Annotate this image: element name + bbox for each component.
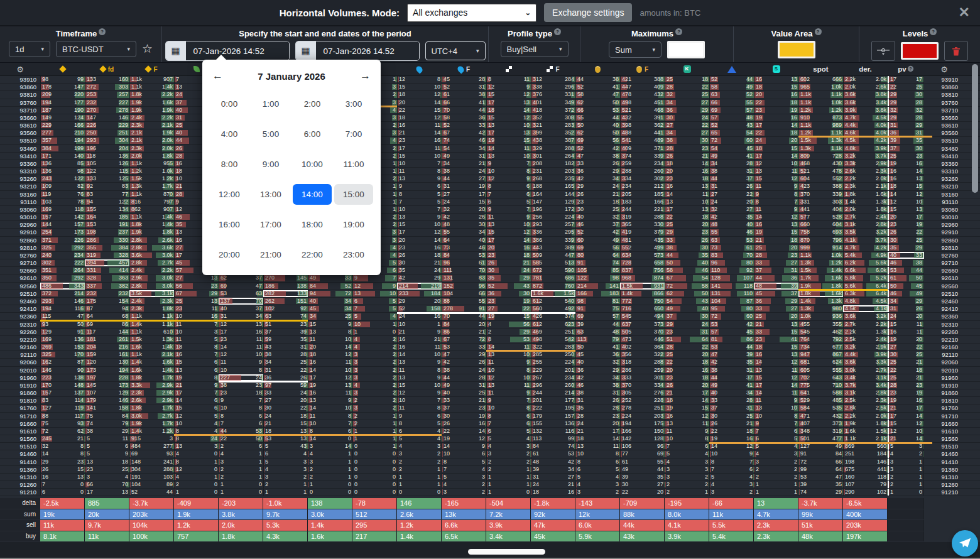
- time-option[interactable]: 11:00: [334, 154, 373, 175]
- end-date-input[interactable]: 07-Jan-2026 14.52: [316, 41, 419, 60]
- volume-cell: 541489: [620, 137, 665, 144]
- volume-sell-half: 69: [576, 313, 598, 320]
- exchange-settings-button[interactable]: Exchange settings: [544, 3, 632, 22]
- volume-cell: 5040: [575, 122, 620, 129]
- pv-column-header[interactable]: pv?: [888, 65, 924, 73]
- volume-value: 386: [533, 237, 542, 244]
- binance-fd-column-header[interactable]: fd: [85, 66, 129, 73]
- time-option[interactable]: 2:00: [293, 94, 332, 114]
- time-option[interactable]: 5:00: [251, 124, 290, 144]
- volume-value: 509: [533, 252, 542, 259]
- interval-select[interactable]: 1d▾: [9, 41, 50, 57]
- price-label-right: 93360: [924, 160, 964, 167]
- volume-value: 46: [479, 244, 485, 251]
- help-icon[interactable]: ?: [554, 28, 561, 35]
- okx-column-header[interactable]: [486, 66, 531, 72]
- time-option[interactable]: 17:00: [251, 214, 290, 235]
- time-option[interactable]: 1:00: [251, 94, 290, 114]
- value-area-color-swatch[interactable]: [778, 41, 815, 58]
- volume-value: 350: [42, 274, 52, 281]
- bitget-column-header[interactable]: S: [754, 65, 798, 73]
- calendar-icon[interactable]: ▦: [166, 41, 186, 60]
- time-option[interactable]: 19:00: [334, 214, 373, 235]
- vertical-scrollbar-thumb[interactable]: [972, 64, 978, 193]
- time-option[interactable]: 18:00: [293, 214, 332, 235]
- summary-cell: 4.3k: [263, 531, 308, 542]
- kucoin-column-header[interactable]: K: [665, 65, 709, 73]
- settings-gear-icon[interactable]: ⚙: [924, 65, 964, 74]
- time-option[interactable]: 4:00: [210, 124, 249, 144]
- favorite-star-icon[interactable]: ☆: [142, 43, 153, 55]
- profile-type-select[interactable]: Buy|Sell▾: [501, 41, 569, 57]
- volume-value: 1: [348, 466, 351, 473]
- binance-column-header[interactable]: [40, 67, 85, 72]
- bybit-futures-column-header[interactable]: F: [620, 66, 665, 73]
- close-icon[interactable]: ✕: [959, 4, 970, 21]
- volume-sell-half: 80: [576, 252, 598, 259]
- time-option[interactable]: 8:00: [210, 154, 249, 175]
- telegram-icon[interactable]: [952, 530, 978, 556]
- okx-futures-column-header[interactable]: F: [531, 66, 575, 73]
- volume-value: 125: [119, 175, 128, 182]
- volume-value: 2.0k: [845, 206, 856, 213]
- spot-column-header[interactable]: spot: [798, 65, 843, 73]
- maximums-color-swatch[interactable]: [667, 41, 705, 58]
- binance-futures-column-header[interactable]: F: [129, 66, 174, 73]
- volume-buy-half: 10: [241, 351, 263, 358]
- help-icon[interactable]: ?: [99, 28, 106, 35]
- time-option[interactable]: 23:00: [334, 244, 373, 265]
- volume-sell-half: 2: [308, 474, 330, 480]
- volume-value: 199: [74, 145, 84, 152]
- next-day-arrow-icon[interactable]: →: [360, 70, 371, 82]
- settings-gear-icon[interactable]: ⚙: [0, 65, 40, 74]
- time-option[interactable]: 15:00: [334, 184, 373, 205]
- mode-select[interactable]: All exchanges ⌄: [407, 4, 536, 22]
- time-option[interactable]: 20:00: [210, 244, 249, 265]
- volume-sell-half: 301: [531, 153, 553, 160]
- volume-buy-half: 124: [63, 114, 85, 121]
- derivatives-column-header[interactable]: der.: [843, 65, 888, 73]
- time-option[interactable]: 9:00: [251, 154, 290, 175]
- horizontal-scrollbar-thumb[interactable]: [468, 549, 545, 555]
- huobi-futures-column-header[interactable]: F: [442, 66, 486, 73]
- prev-day-arrow-icon[interactable]: ←: [212, 70, 223, 82]
- time-option[interactable]: 0:00: [210, 94, 249, 114]
- volume-value: 25: [667, 221, 673, 228]
- bybit-column-header[interactable]: [575, 66, 620, 73]
- help-icon[interactable]: ?: [815, 28, 822, 35]
- symbol-select[interactable]: BTC-USDT▾: [56, 41, 136, 57]
- help-icon[interactable]: ?: [675, 28, 682, 35]
- levels-color-swatch[interactable]: [901, 42, 939, 60]
- volume-value: 3.3k: [845, 160, 856, 167]
- time-option[interactable]: 7:00: [334, 124, 373, 144]
- time-option[interactable]: 10:00: [293, 154, 332, 175]
- volume-sell-half: 35: [576, 404, 598, 411]
- time-option[interactable]: 12:00: [210, 184, 249, 205]
- time-option[interactable]: 22:00: [293, 244, 332, 265]
- time-option[interactable]: 14:00: [293, 184, 332, 205]
- help-icon[interactable]: ?: [930, 28, 937, 35]
- level-line-icon[interactable]: [871, 41, 895, 61]
- volume-sell-half: 1.7k: [799, 274, 821, 281]
- mexc-column-header[interactable]: [709, 66, 754, 73]
- maximums-select[interactable]: Sum▾: [609, 41, 662, 58]
- help-icon[interactable]: ?: [908, 66, 913, 72]
- volume-value: 10: [176, 328, 182, 335]
- time-option[interactable]: 3:00: [334, 94, 373, 114]
- volume-buy-half: 13: [509, 99, 531, 106]
- time-option[interactable]: 21:00: [251, 244, 290, 265]
- timezone-select[interactable]: UTC+4▾: [425, 41, 486, 60]
- volume-value: 69: [131, 450, 138, 457]
- time-option[interactable]: 13:00: [251, 184, 290, 205]
- huobi-column-header[interactable]: [397, 66, 442, 73]
- volume-sell-half: 72: [710, 137, 732, 144]
- volume-sell-half: 164: [85, 214, 107, 220]
- start-date-input[interactable]: 07-Jan-2026 14:52: [186, 41, 289, 60]
- calendar-icon[interactable]: ▦: [296, 41, 316, 60]
- volume-sell-half: 34: [665, 129, 687, 136]
- time-option[interactable]: 16:00: [210, 214, 249, 235]
- delete-levels-button[interactable]: [944, 41, 968, 61]
- volume-cell: 4842: [531, 459, 575, 465]
- time-option[interactable]: 6:00: [293, 124, 332, 144]
- volume-cell: 32: [709, 489, 754, 496]
